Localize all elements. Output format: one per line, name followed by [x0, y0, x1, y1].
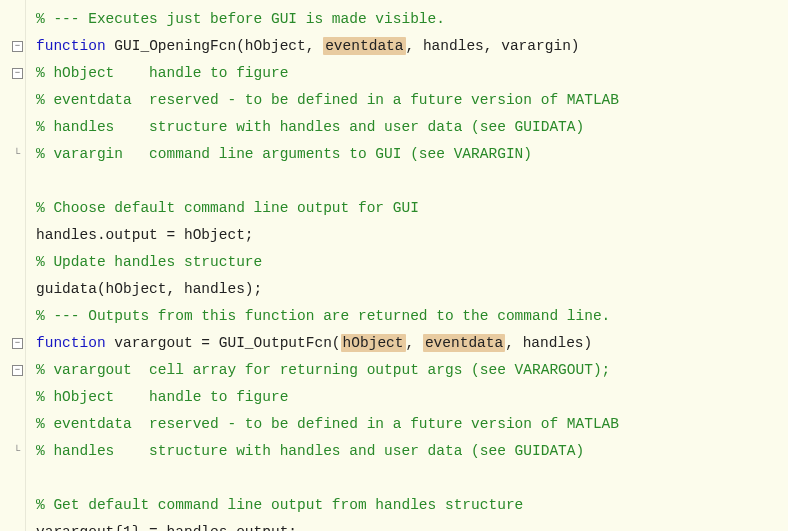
- gutter-line: −: [0, 330, 25, 357]
- code-token: % Get default command line output from h…: [36, 497, 523, 513]
- code-area[interactable]: % --- Executes just before GUI is made v…: [26, 0, 788, 531]
- gutter-line: −: [0, 33, 25, 60]
- code-token: % varargin command line arguments to GUI…: [36, 146, 532, 162]
- gutter-line: [0, 519, 25, 531]
- gutter-line: [0, 87, 25, 114]
- code-line[interactable]: handles.output = hObject;: [36, 222, 784, 249]
- code-token: % hObject handle to figure: [36, 389, 288, 405]
- code-line[interactable]: % eventdata reserved - to be defined in …: [36, 411, 784, 438]
- code-token: function: [36, 335, 106, 351]
- fold-end-icon: └: [13, 438, 23, 465]
- gutter-line: [0, 276, 25, 303]
- gutter-line: [0, 384, 25, 411]
- code-token: eventdata: [323, 37, 405, 55]
- gutter-line: [0, 249, 25, 276]
- code-line[interactable]: % varargin command line arguments to GUI…: [36, 141, 784, 168]
- gutter-line: └: [0, 141, 25, 168]
- gutter-line: [0, 465, 25, 492]
- code-line[interactable]: % Update handles structure: [36, 249, 784, 276]
- code-token: , handles): [505, 335, 592, 351]
- code-line[interactable]: varargout{1} = handles.output;: [36, 519, 784, 531]
- code-token: % Update handles structure: [36, 254, 262, 270]
- gutter-line: [0, 492, 25, 519]
- code-token: % eventdata reserved - to be defined in …: [36, 416, 619, 432]
- gutter-line: [0, 411, 25, 438]
- code-line[interactable]: % Get default command line output from h…: [36, 492, 784, 519]
- code-token: eventdata: [423, 334, 505, 352]
- gutter-line: [0, 168, 25, 195]
- code-line[interactable]: % handles structure with handles and use…: [36, 438, 784, 465]
- code-token: % eventdata reserved - to be defined in …: [36, 92, 619, 108]
- code-line[interactable]: % --- Executes just before GUI is made v…: [36, 6, 784, 33]
- code-token: varargout = GUI_OutputFcn(: [106, 335, 341, 351]
- code-token: GUI_OpeningFcn(hObject,: [106, 38, 324, 54]
- gutter-line: └: [0, 438, 25, 465]
- code-line[interactable]: % hObject handle to figure: [36, 384, 784, 411]
- code-editor: −−└−−└ % --- Executes just before GUI is…: [0, 0, 788, 531]
- fold-minus-icon[interactable]: −: [12, 365, 23, 376]
- gutter-line: −: [0, 60, 25, 87]
- code-token: guidata(hObject, handles);: [36, 281, 262, 297]
- gutter-line: [0, 303, 25, 330]
- code-token: % hObject handle to figure: [36, 65, 288, 81]
- code-line[interactable]: % hObject handle to figure: [36, 60, 784, 87]
- code-line[interactable]: guidata(hObject, handles);: [36, 276, 784, 303]
- code-token: hObject: [341, 334, 406, 352]
- gutter-line: [0, 195, 25, 222]
- code-token: varargout{1} = handles.output;: [36, 524, 297, 531]
- fold-end-icon: └: [13, 141, 23, 168]
- code-line[interactable]: % varargout cell array for returning out…: [36, 357, 784, 384]
- fold-minus-icon[interactable]: −: [12, 41, 23, 52]
- code-token: % handles structure with handles and use…: [36, 119, 584, 135]
- code-token: % --- Outputs from this function are ret…: [36, 308, 610, 324]
- code-token: % handles structure with handles and use…: [36, 443, 584, 459]
- code-token: , handles, varargin): [406, 38, 580, 54]
- code-line[interactable]: % Choose default command line output for…: [36, 195, 784, 222]
- code-line[interactable]: % eventdata reserved - to be defined in …: [36, 87, 784, 114]
- fold-minus-icon[interactable]: −: [12, 338, 23, 349]
- gutter-line: [0, 222, 25, 249]
- gutter-line: −: [0, 357, 25, 384]
- code-token: function: [36, 38, 106, 54]
- gutter-column: −−└−−└: [0, 0, 26, 531]
- code-line[interactable]: function GUI_OpeningFcn(hObject, eventda…: [36, 33, 784, 60]
- code-token: ,: [406, 335, 423, 351]
- gutter-line: [0, 6, 25, 33]
- code-line[interactable]: [36, 168, 784, 195]
- code-line[interactable]: function varargout = GUI_OutputFcn(hObje…: [36, 330, 784, 357]
- code-line[interactable]: [36, 465, 784, 492]
- code-token: % --- Executes just before GUI is made v…: [36, 11, 445, 27]
- code-token: % varargout cell array for returning out…: [36, 362, 610, 378]
- code-token: % Choose default command line output for…: [36, 200, 419, 216]
- code-line[interactable]: % --- Outputs from this function are ret…: [36, 303, 784, 330]
- fold-minus-icon[interactable]: −: [12, 68, 23, 79]
- code-token: handles.output = hObject;: [36, 227, 254, 243]
- code-line[interactable]: % handles structure with handles and use…: [36, 114, 784, 141]
- gutter-line: [0, 114, 25, 141]
